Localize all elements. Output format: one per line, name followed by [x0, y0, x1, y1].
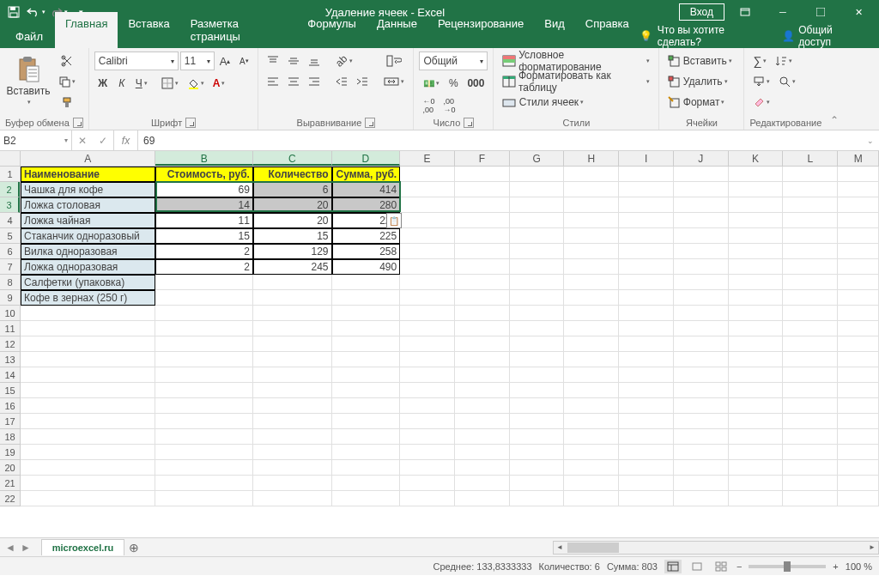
cell[interactable]	[729, 367, 784, 383]
cell[interactable]	[400, 167, 455, 182]
cell[interactable]	[455, 383, 510, 398]
cell[interactable]	[332, 367, 401, 383]
bold-button[interactable]: Ж	[94, 74, 112, 93]
cell[interactable]	[564, 167, 619, 182]
cell[interactable]	[783, 197, 838, 213]
cell[interactable]: Салфетки (упаковка)	[21, 275, 155, 290]
cell[interactable]: Ложка одноразовая	[21, 259, 155, 275]
cell[interactable]	[674, 367, 729, 383]
zoom-level[interactable]: 100 %	[846, 561, 872, 572]
cell[interactable]	[564, 197, 619, 213]
cell[interactable]	[253, 352, 332, 367]
cell[interactable]	[619, 445, 674, 460]
fill-color-button[interactable]: ▾	[184, 74, 208, 93]
cell[interactable]	[729, 398, 784, 414]
row-header-6[interactable]: 6	[0, 244, 20, 259]
cell[interactable]	[155, 321, 253, 336]
cell[interactable]: 15	[253, 228, 332, 244]
cell[interactable]	[510, 414, 565, 429]
align-middle-button[interactable]	[284, 52, 303, 70]
cell[interactable]	[332, 429, 401, 445]
name-box[interactable]: B2▾	[0, 130, 72, 150]
cell[interactable]	[619, 491, 674, 506]
cut-button[interactable]	[55, 52, 79, 70]
cell[interactable]	[21, 429, 155, 445]
column-header-J[interactable]: J	[674, 151, 729, 166]
cell[interactable]	[619, 167, 674, 182]
increase-indent-button[interactable]	[353, 72, 372, 91]
cell[interactable]	[619, 383, 674, 398]
cell[interactable]	[674, 290, 729, 306]
cell[interactable]	[783, 383, 838, 398]
tab-рецензирование[interactable]: Рецензирование	[427, 12, 534, 48]
cell[interactable]	[729, 491, 784, 506]
cell[interactable]	[674, 244, 729, 259]
cell[interactable]	[510, 244, 565, 259]
cell[interactable]	[674, 321, 729, 336]
cell[interactable]	[564, 213, 619, 228]
row-header-15[interactable]: 15	[0, 383, 20, 398]
spreadsheet-grid[interactable]: ABCDEFGHIJKLM 12345678910111213141516171…	[0, 151, 879, 537]
cell[interactable]	[783, 275, 838, 290]
cell[interactable]	[253, 383, 332, 398]
cell[interactable]	[21, 460, 155, 476]
cell[interactable]	[619, 429, 674, 445]
cancel-formula-icon[interactable]: ✕	[72, 135, 93, 147]
cell[interactable]	[838, 290, 879, 306]
horizontal-scrollbar[interactable]: ◄►	[553, 541, 879, 555]
cell[interactable]	[253, 429, 332, 445]
cell[interactable]	[674, 336, 729, 352]
cell[interactable]	[838, 259, 879, 275]
cell[interactable]	[838, 167, 879, 182]
cell[interactable]	[510, 336, 565, 352]
cell[interactable]	[400, 244, 455, 259]
row-header-10[interactable]: 10	[0, 306, 20, 321]
formula-input[interactable]: 69	[138, 130, 862, 150]
align-bottom-button[interactable]	[305, 52, 324, 70]
format-painter-button[interactable]	[55, 93, 79, 112]
align-left-button[interactable]	[264, 72, 282, 91]
page-layout-view-button[interactable]	[688, 560, 706, 573]
cell[interactable]	[155, 414, 253, 429]
cell[interactable]	[253, 275, 332, 290]
cell[interactable]	[455, 228, 510, 244]
cell[interactable]	[619, 259, 674, 275]
tab-вид[interactable]: Вид	[534, 12, 575, 48]
cell[interactable]	[674, 228, 729, 244]
alignment-launcher[interactable]	[365, 118, 375, 128]
cell[interactable]	[729, 182, 784, 197]
normal-view-button[interactable]	[664, 560, 682, 573]
cell[interactable]	[455, 336, 510, 352]
cell[interactable]	[674, 259, 729, 275]
cell[interactable]	[21, 414, 155, 429]
cell[interactable]	[155, 383, 253, 398]
cell[interactable]	[674, 306, 729, 321]
align-top-button[interactable]	[264, 52, 282, 70]
cell[interactable]	[21, 491, 155, 506]
cell[interactable]	[729, 429, 784, 445]
number-launcher[interactable]	[464, 118, 474, 128]
cell[interactable]	[253, 290, 332, 306]
cell[interactable]	[400, 336, 455, 352]
cell[interactable]	[729, 259, 784, 275]
cell[interactable]	[400, 275, 455, 290]
cell[interactable]	[155, 367, 253, 383]
cell[interactable]	[674, 398, 729, 414]
fill-button[interactable]: ▾	[749, 72, 773, 91]
cell[interactable]	[332, 445, 401, 460]
cell[interactable]	[155, 336, 253, 352]
italic-button[interactable]: К	[113, 74, 130, 93]
cell[interactable]	[619, 275, 674, 290]
column-header-B[interactable]: B	[155, 151, 253, 166]
cell[interactable]	[838, 321, 879, 336]
cell[interactable]	[674, 445, 729, 460]
cell[interactable]	[21, 306, 155, 321]
save-icon[interactable]	[3, 2, 24, 22]
cell[interactable]	[783, 228, 838, 244]
cell[interactable]	[155, 306, 253, 321]
cell[interactable]	[729, 275, 784, 290]
cell[interactable]: Вилка одноразовая	[21, 244, 155, 259]
cell[interactable]	[838, 213, 879, 228]
underline-button[interactable]: Ч▾	[132, 74, 151, 93]
border-button[interactable]: ▾	[158, 74, 182, 93]
